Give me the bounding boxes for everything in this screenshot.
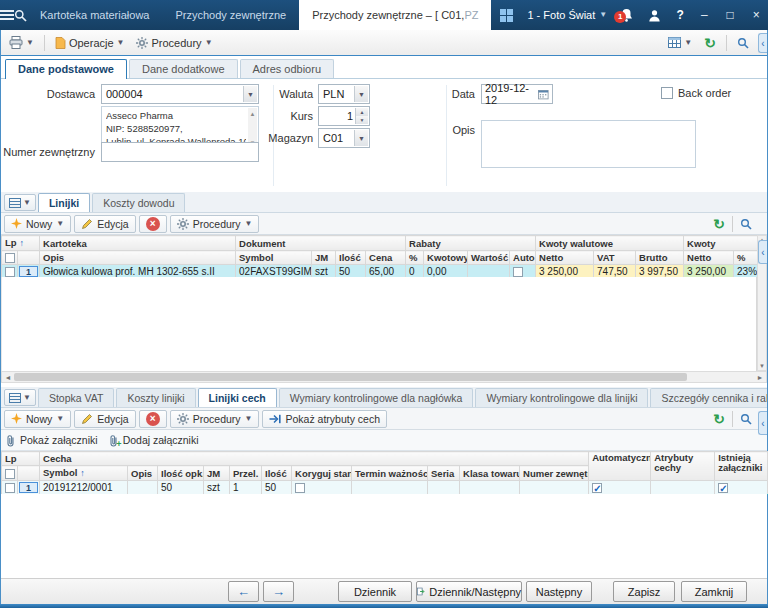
tab-dane-podstawowe[interactable]: Dane podstawowe (5, 59, 127, 79)
cell-koryguj-stan[interactable] (292, 481, 352, 495)
global-search-button[interactable] (14, 0, 27, 30)
col-automatyczna[interactable]: Automatyczna (589, 452, 651, 481)
koryguj-checkbox[interactable] (295, 483, 305, 493)
details-delete-button[interactable]: × (139, 410, 167, 428)
col-przel[interactable]: Przel. (230, 466, 262, 481)
zapisz-button[interactable]: Zapisz (613, 581, 675, 602)
col-symbol[interactable]: Symbol (236, 251, 312, 265)
col-group-dokument[interactable]: Dokument (236, 236, 406, 251)
app-grid-button[interactable] (491, 9, 521, 22)
col-atrybuty-cechy[interactable]: Atrybuty cechy (651, 452, 715, 481)
nastepny-button[interactable]: Następny (526, 581, 592, 602)
previous-document-button[interactable]: ← (228, 581, 259, 602)
data-field[interactable]: 2019-12-12 (481, 84, 553, 104)
col-numer-zewnetrzny[interactable]: Numer zewnętrzny (520, 466, 589, 481)
scroll-down-icon[interactable]: ▼ (759, 363, 765, 369)
tab-adres-odbioru[interactable]: Adres odbioru (240, 59, 335, 78)
col-jm[interactable]: JM (204, 466, 230, 481)
waluta-combo[interactable]: PLN ▼ (318, 84, 370, 104)
dziennik-button[interactable]: Dziennik (338, 581, 412, 602)
column-settings-button[interactable]: ▼ (663, 33, 697, 53)
cell-opis[interactable] (128, 481, 158, 495)
cell-klasa-towaru[interactable] (460, 481, 520, 495)
col-ilosc[interactable]: Ilość (262, 466, 292, 481)
close-button[interactable]: × (743, 8, 768, 22)
edycja-button[interactable]: Edycja (74, 215, 136, 233)
col-seria[interactable]: Seria (428, 466, 460, 481)
cell-lp[interactable]: 1 (18, 481, 40, 495)
auto-checkbox[interactable] (513, 267, 523, 277)
print-button[interactable]: ▼ (4, 33, 39, 53)
cell-seria[interactable] (428, 481, 460, 495)
company-selector[interactable]: 1 - Foto Świat ▼ (521, 9, 613, 21)
details-procedury-button[interactable]: Procedury ▼ (170, 410, 260, 428)
col-kwotowy[interactable]: Kwotowy (424, 251, 468, 265)
magazyn-combo[interactable]: C01 ▼ (318, 128, 370, 148)
refresh-icon[interactable]: ↻ (713, 412, 725, 426)
row-checkbox[interactable] (5, 483, 15, 493)
lines-view-button[interactable]: ▼ (4, 194, 36, 211)
tab-koszty-linijki[interactable]: Koszty linijki (116, 388, 195, 407)
notifications-button[interactable]: 1 (613, 8, 639, 22)
delete-button[interactable]: × (139, 215, 167, 233)
scroll-right-icon[interactable]: ► (754, 374, 766, 381)
col-lp[interactable] (18, 466, 40, 481)
procedury-menu-button[interactable]: Procedury ▼ (131, 33, 217, 53)
col-istnieja-zalaczniki[interactable]: Istnieją załączniki (715, 452, 768, 481)
scrollbar-thumb[interactable] (14, 373, 687, 381)
col-netto[interactable]: Netto (684, 251, 734, 265)
chevron-down-icon[interactable]: ▼ (354, 130, 368, 146)
help-button[interactable]: ? (669, 8, 691, 22)
collapse-panel-handle[interactable]: ‹ (758, 240, 767, 264)
col-wartosc[interactable]: Wartość (468, 251, 510, 265)
col-group-kwoty-walutowe[interactable]: Kwoty walutowe (536, 236, 684, 251)
col-symbol[interactable]: Symbol↑ (40, 466, 128, 481)
col-netto-wal[interactable]: Netto (536, 251, 594, 265)
tab-wymiary-naglowka[interactable]: Wymiary kontrolingowe dla nagłówka (279, 388, 474, 407)
select-all-checkbox[interactable] (5, 469, 15, 479)
minimize-button[interactable]: – (691, 8, 717, 22)
col-group-rabaty[interactable]: Rabaty (406, 236, 536, 251)
details-nowy-button[interactable]: Nowy ▼ (4, 410, 71, 428)
col-group-lp[interactable]: Lp (2, 452, 40, 466)
col-opis[interactable]: Opis (128, 466, 158, 481)
row-checkbox[interactable] (5, 267, 15, 277)
nowy-button[interactable]: Nowy ▼ (4, 215, 71, 233)
cell-istnieja-zalaczniki[interactable] (715, 481, 768, 495)
col-cena[interactable]: Cena (366, 251, 406, 265)
chevron-down-icon[interactable]: ▼ (243, 86, 257, 102)
scroll-left-icon[interactable]: ◄ (2, 374, 14, 381)
pokaz-atrybuty-button[interactable]: Pokaż atrybuty cech (262, 410, 387, 428)
dostawca-combo[interactable]: 000004 ▼ (101, 84, 259, 104)
lines-horizontal-scrollbar[interactable]: ◄ ► (1, 371, 767, 383)
details-edycja-button[interactable]: Edycja (74, 410, 136, 428)
zalaczniki-checkbox[interactable] (718, 483, 728, 493)
col-klasa-towaru[interactable]: Klasa towaru (460, 466, 520, 481)
user-button[interactable] (639, 9, 669, 22)
col-group-lp[interactable]: Lp↑ (2, 236, 40, 251)
col-lp[interactable] (18, 251, 40, 265)
search-icon[interactable] (740, 218, 752, 230)
col-termin-waznosci[interactable]: Termin ważności (352, 466, 428, 481)
collapse-panel-handle[interactable]: ‹ (758, 411, 767, 435)
tab-przychody-zewnetrzne[interactable]: Przychody zewnętrzne (162, 0, 299, 30)
operacje-menu-button[interactable]: Operacje ▼ (50, 33, 130, 53)
tab-przychody-zewnetrzne-dokument[interactable]: Przychody zewnętrzne – [ C01, PZ (299, 0, 491, 30)
col-koryguj-stan[interactable]: Koryguj stan (292, 466, 352, 481)
details-row-1[interactable]: 1 20191212/0001 50 szt 1 50 (2, 481, 768, 495)
calendar-icon[interactable] (538, 89, 549, 100)
tab-wymiary-linijki[interactable]: Wymiary kontrolingowe dla linijki (475, 388, 648, 407)
col-proc[interactable]: % (734, 251, 758, 265)
col-ilosc-opk[interactable]: Ilość opk. (158, 466, 204, 481)
col-group-kwoty[interactable]: Kwoty (684, 236, 758, 251)
tab-linijki[interactable]: Linijki (38, 193, 90, 212)
tab-dane-dodatkowe[interactable]: Dane dodatkowe (129, 59, 238, 78)
dziennik-nastepny-button[interactable]: Dziennik/Następny (416, 581, 522, 602)
pokaz-zalaczniki-button[interactable]: Pokaż załączniki (5, 434, 98, 447)
col-brutto[interactable]: Brutto (636, 251, 684, 265)
spin-up-icon[interactable]: ▲ (355, 108, 368, 116)
col-opis[interactable]: Opis (40, 251, 236, 265)
tab-stopka-vat[interactable]: Stopka VAT (38, 388, 114, 407)
numer-zewnetrzny-input[interactable] (101, 142, 259, 162)
automatyczna-checkbox[interactable] (592, 483, 602, 493)
